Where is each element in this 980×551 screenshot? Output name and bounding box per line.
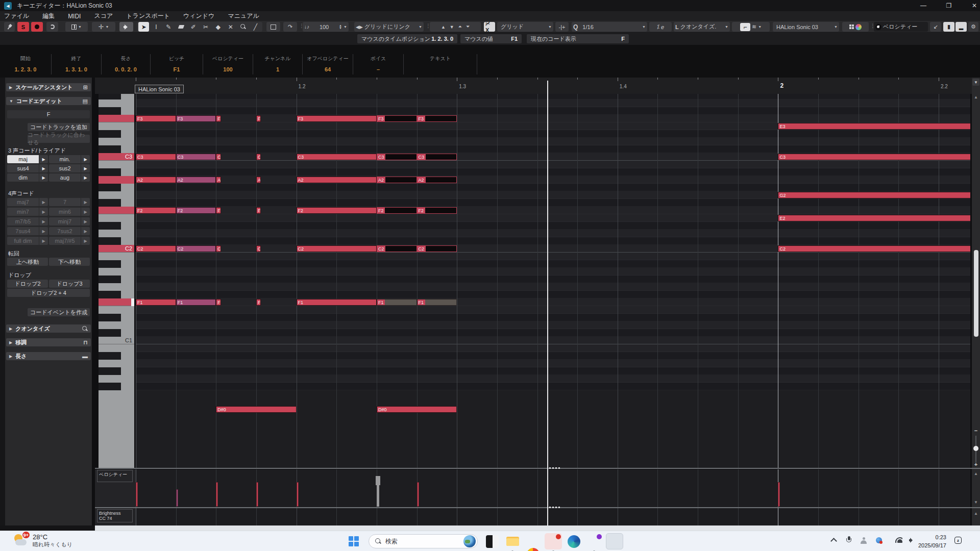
color-wheel-icon[interactable] [855,24,862,30]
midi-note-F1[interactable]: F1 [417,299,457,306]
midi-note-G2[interactable]: G2 [778,192,970,198]
piano-key-C#1[interactable] [99,329,134,337]
taskbar-app-contrast-app[interactable] [486,535,499,548]
midi-note-F1[interactable]: F1 [377,299,417,306]
taskbar-app-explorer[interactable] [506,535,519,548]
piano-key-F#0[interactable] [99,383,134,390]
length-section[interactable]: ▶長さ ▬ [6,352,91,360]
midi-note-E3[interactable]: E3 [778,123,970,130]
move-down-button[interactable]: ▼ [450,24,454,30]
insert-velocity-group[interactable]: ↓♪ 100 ▲▼ ▼ [303,22,349,32]
timeline-ruler[interactable]: 1.21.31.422.2 [95,78,972,94]
midi-note-F3[interactable]: F3 [216,115,220,122]
drag-handle-icon[interactable]: ▶ [81,227,90,235]
drag-handle-icon[interactable]: ▶ [39,164,48,172]
info-field-value[interactable]: 1. 2. 3. 0 [15,66,37,72]
piano-key-F#2[interactable] [99,199,134,207]
midi-note-C2[interactable]: C2 [377,245,417,252]
info-field-7[interactable]: ボイス– [353,54,404,74]
midi-note-C3[interactable]: C3 [176,154,216,160]
piano-key-B0[interactable] [99,344,134,352]
midi-note-C3[interactable]: C3 [256,154,261,160]
menu-item-2[interactable]: MIDI [68,13,81,20]
seventh-button-maj7/#5[interactable]: maj7/#5▶ [49,237,90,245]
vertical-scrollbar-thumb[interactable] [974,250,978,337]
midi-note-F2[interactable]: F2 [297,207,377,214]
seventh-button-7sus2[interactable]: 7sus2▶ [49,227,90,235]
piano-key-A#1[interactable] [99,260,134,268]
lane-divider[interactable] [95,507,980,508]
color-sphere-icon[interactable] [876,537,882,543]
velocity-bar[interactable] [256,482,258,507]
midi-note-F1[interactable]: F1 [136,299,176,306]
piano-key-B1[interactable] [99,253,134,260]
time-warp-button[interactable] [266,22,280,32]
midi-note-F2[interactable]: F2 [216,207,220,214]
velocity-bar[interactable] [176,489,178,507]
velocity-stepper[interactable]: ▲▼ [339,24,342,30]
menu-item-1[interactable]: 編集 [42,12,55,20]
menu-item-4[interactable]: トランスポート [126,12,170,20]
drop24-button[interactable]: ドロップ2 + 4 [7,289,90,297]
piano-key-D#3[interactable] [99,130,134,138]
notification-bell-icon[interactable]: z [954,537,962,544]
drag-handle-icon[interactable]: ▶ [81,155,90,163]
midi-note-F2[interactable]: F2 [176,207,216,214]
cc-lane[interactable] [136,508,970,525]
velocity-lane-scroll-down[interactable]: ▼ [973,500,979,505]
midi-note-F2[interactable]: F2 [136,207,176,214]
info-field-4[interactable]: ベロシティー100 [203,54,253,74]
autoscroll-group[interactable]: ▼ [65,22,88,32]
info-field-3[interactable]: ピッチF1 [151,54,203,74]
lane-resize-handle[interactable] [549,507,561,508]
tray-clock[interactable]: 0:23 2025/09/17 [918,533,946,549]
seventh-button-full dim[interactable]: full dim▶ [7,237,48,245]
scroll-up-icon[interactable]: ▲ [973,95,979,99]
triad-button-dim[interactable]: dim▶ [7,173,48,182]
piano-key-E1[interactable] [99,306,134,314]
drop2-button[interactable]: ドロップ2 [7,280,48,288]
drag-handle-icon[interactable]: ▶ [39,173,48,182]
midi-note-C3[interactable]: C3 [417,154,457,160]
velocity-bar[interactable] [297,482,299,507]
drag-handle-icon[interactable]: ▶ [81,173,90,182]
move-up-octave-button[interactable]: ⏶ [458,24,462,30]
record-in-editor-button[interactable] [31,22,43,32]
piano-key-E2[interactable] [99,214,134,222]
midi-note-D#0[interactable]: D#0 [377,406,457,413]
vertical-zoom-knob[interactable] [973,446,978,451]
wifi-icon[interactable] [895,537,902,543]
midi-note-A2[interactable]: A2 [256,177,261,183]
piano-key-G1[interactable] [99,283,134,291]
midi-note-A2[interactable]: A2 [377,177,417,183]
midi-note-F3[interactable]: F3 [377,115,417,122]
drag-handle-icon[interactable]: ▶ [39,227,48,235]
piano-key-D#2[interactable] [99,222,134,230]
midi-note-F2[interactable]: F2 [377,207,417,214]
menu-item-5[interactable]: ウィンドウ [183,12,214,20]
velocity-lane-scroll-up[interactable]: ▲ [973,471,979,476]
object-selection-tool[interactable]: ➤ [138,22,149,32]
open-in-lower-zone-button[interactable]: ↙ [930,22,941,32]
piano-key-A#2[interactable] [99,168,134,176]
midi-note-F1[interactable]: F1 [216,299,220,306]
info-field-value[interactable]: F1 [174,66,180,72]
piano-key-A2[interactable] [99,176,134,184]
taskbar-app-chrome[interactable] [527,548,540,551]
midi-note-F3[interactable]: F3 [297,115,377,122]
move-down-octave-button[interactable]: ⏷ [466,24,470,30]
midi-note-A2[interactable]: A2 [297,177,377,183]
seventh-button-m7/b5[interactable]: m7/b5▶ [7,217,48,226]
piano-key-G#3[interactable] [99,94,134,99]
drag-handle-icon[interactable]: ▶ [81,198,90,206]
erase-tool[interactable] [176,22,186,32]
midi-note-C3[interactable]: C3 [377,154,417,160]
piano-key-C#3[interactable] [99,145,134,153]
midi-note-F3[interactable]: F3 [176,115,216,122]
velocity-bar[interactable] [778,482,780,507]
drag-handle-icon[interactable]: ▶ [81,237,90,245]
triad-button-sus4[interactable]: sus4▶ [7,164,48,172]
info-field-value[interactable]: – [377,66,380,72]
pin-editor-button[interactable] [4,22,15,32]
zoom-tool[interactable] [237,22,248,32]
